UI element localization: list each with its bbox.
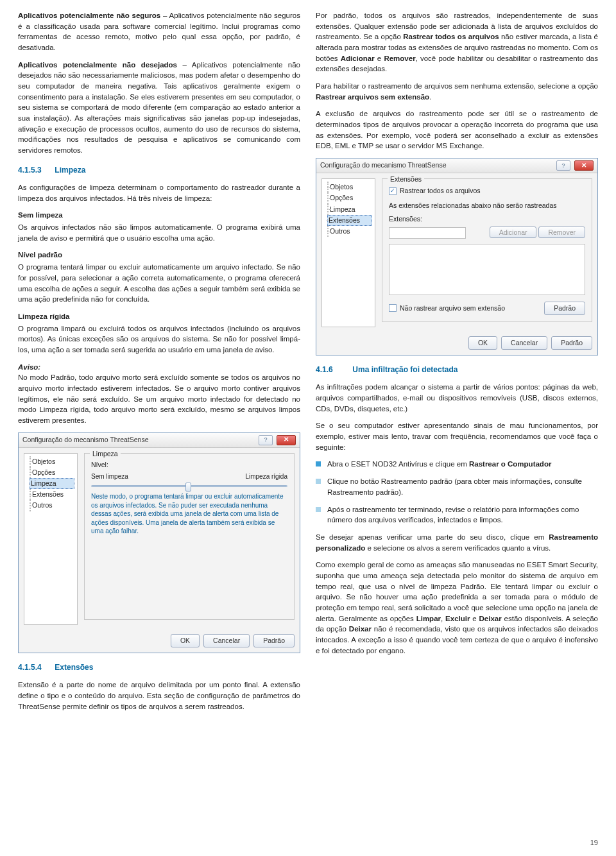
- dialog-extensoes-tree[interactable]: Objetos Opções Limpeza Extensões Outros: [321, 178, 375, 327]
- slider-thumb[interactable]: [185, 483, 191, 492]
- heading-4154: 4.1.5.4 Extensões: [18, 662, 300, 673]
- ext-label: Extensões:: [389, 214, 585, 224]
- heading-416-title: Uma infiltração foi detectada: [352, 365, 458, 374]
- ok-button[interactable]: OK: [468, 336, 497, 350]
- rest-unwanted: – Aplicativos potencialmente não desejad…: [18, 61, 300, 154]
- scan-all-checkbox-row[interactable]: ✓ Rastrear todos os arquivos: [389, 186, 480, 196]
- cleaning-desc: Neste modo, o programa tentará limpar ou…: [91, 492, 287, 536]
- extensions-listbox[interactable]: [389, 244, 585, 295]
- tree-item-outros[interactable]: Outros: [30, 500, 74, 511]
- default-inner-button[interactable]: Padrão: [544, 302, 585, 315]
- cleaning-level-slider[interactable]: [91, 485, 287, 487]
- checkbox-checked-icon[interactable]: ✓: [389, 187, 397, 195]
- custom-scan-p: Se desejar apenas verificar uma parte do…: [316, 532, 598, 553]
- left-column: Aplicativos potencialmente não seguros –…: [18, 10, 300, 718]
- tree-item-objetos[interactable]: Objetos: [327, 182, 372, 193]
- slider-left-label: Sem limpeza: [91, 472, 128, 482]
- dialog-limpeza-titlebar[interactable]: Configuração do mecanismo ThreatSense ? …: [19, 433, 300, 448]
- checkbox-icon[interactable]: [389, 304, 397, 312]
- slider-right-label: Limpeza rígida: [245, 472, 287, 482]
- list-item: Clique no botão Rastreamento padrão (par…: [316, 476, 598, 497]
- heading-4154-title: Extensões: [55, 663, 93, 672]
- cancel-button[interactable]: Cancelar: [501, 336, 547, 350]
- ext-noext-p: Para habilitar o rastreamento de arquivo…: [316, 81, 598, 102]
- para-apps-unsafe: Aplicativos potencialmente não seguros –…: [18, 10, 300, 53]
- tree-item-opcoes[interactable]: Opções: [327, 193, 372, 203]
- scan-all-label: Rastrear todos os arquivos: [400, 186, 480, 196]
- tree-item-extensoes[interactable]: Extensões: [327, 215, 372, 226]
- groupbox-limpeza: Limpeza Nível: Sem limpeza Limpeza rígid…: [84, 453, 295, 620]
- help-icon[interactable]: ?: [556, 160, 570, 171]
- bullet-icon: [316, 507, 321, 512]
- tree-item-outros[interactable]: Outros: [327, 226, 372, 237]
- bullet-icon: [316, 479, 321, 484]
- tree-item-limpeza[interactable]: Limpeza: [30, 478, 74, 489]
- extensoes-p: Extensão é a parte do nome de arquivo de…: [18, 680, 300, 712]
- heading-4154-num: 4.1.5.4: [18, 662, 53, 673]
- default-button[interactable]: Padrão: [551, 336, 592, 350]
- ext-note: As extensões relacionadas abaixo não ser…: [389, 201, 585, 210]
- help-icon[interactable]: ?: [259, 435, 273, 445]
- nivel-padrao-p: O programa tentará limpar ou excluir aut…: [18, 262, 300, 305]
- heading-416-num: 4.1.6: [316, 364, 350, 375]
- heading-4153-title: Limpeza: [55, 166, 85, 175]
- tree-item-objetos[interactable]: Objetos: [30, 456, 74, 467]
- ext-default-p: Por padrão, todos os arquivos são rastre…: [316, 10, 598, 74]
- dialog-limpeza-tree[interactable]: Objetos Opções Limpeza Extensões Outros: [24, 453, 78, 625]
- para-apps-unwanted: Aplicativos potencialmente não desejados…: [18, 60, 300, 156]
- groupbox-limpeza-legend: Limpeza: [90, 449, 121, 459]
- example-p: Como exemplo geral de como as ameaças sã…: [316, 560, 598, 656]
- extension-input[interactable]: [389, 227, 466, 239]
- noext-label: Não rastrear arquivo sem extensão: [400, 304, 505, 313]
- aviso-h: Aviso:: [18, 362, 300, 373]
- ext-exclude-p: A exclusão de arquivos do rastreamento p…: [316, 108, 598, 151]
- aviso-p: No modo Padrão, todo arquivo morto será …: [18, 372, 300, 425]
- cancel-button[interactable]: Cancelar: [203, 634, 250, 647]
- lead-unwanted: Aplicativos potencialmente não desejados: [18, 61, 177, 69]
- nivel-label: Nível:: [91, 460, 287, 470]
- groupbox-extensoes: Extensões ✓ Rastrear todos os arquivos A…: [382, 178, 592, 322]
- heading-4153: 4.1.5.3 Limpeza: [18, 165, 300, 176]
- close-icon[interactable]: ✕: [277, 435, 296, 445]
- tree-item-opcoes[interactable]: Opções: [30, 467, 74, 478]
- limpeza-rigida-h: Limpeza rígida: [18, 311, 300, 322]
- infiltration-p2: Se o seu computador estiver apresentando…: [316, 420, 598, 452]
- heading-4153-num: 4.1.5.3: [18, 165, 53, 176]
- remove-button[interactable]: Remover: [538, 227, 585, 238]
- limpeza-rigida-p: O programa limpará ou excluirá todos os …: [18, 323, 300, 355]
- lead-unsafe: Aplicativos potencialmente não seguros: [18, 12, 160, 19]
- tree-item-limpeza[interactable]: Limpeza: [327, 204, 372, 215]
- limpeza-intro: As configurações de limpeza determinam o…: [18, 182, 300, 203]
- steps-list: Abra o ESET NOD32 Antivírus e clique em …: [316, 459, 598, 525]
- dialog-extensoes-titlebar[interactable]: Configuração do mecanismo ThreatSense ? …: [316, 158, 597, 173]
- list-item: Abra o ESET NOD32 Antivírus e clique em …: [316, 459, 598, 470]
- dialog-limpeza-title: Configuração do mecanismo ThreatSense: [22, 435, 255, 445]
- dialog-extensoes-title: Configuração do mecanismo ThreatSense: [320, 160, 552, 170]
- dialog-limpeza: Configuração do mecanismo ThreatSense ? …: [18, 432, 300, 653]
- tree-item-extensoes[interactable]: Extensões: [30, 489, 74, 500]
- infiltration-p1: As infiltrações podem alcançar o sistema…: [316, 382, 598, 414]
- noext-checkbox-row[interactable]: Não rastrear arquivo sem extensão: [389, 304, 505, 313]
- add-button[interactable]: Adicionar: [490, 227, 537, 238]
- right-column: Por padrão, todos os arquivos são rastre…: [316, 10, 598, 718]
- ok-button[interactable]: OK: [171, 634, 200, 647]
- sem-limpeza-h: Sem limpeza: [18, 210, 300, 221]
- heading-416: 4.1.6 Uma infiltração foi detectada: [316, 364, 598, 375]
- nivel-padrao-h: Nível padrão: [18, 250, 300, 261]
- groupbox-extensoes-legend: Extensões: [388, 175, 424, 184]
- default-button[interactable]: Padrão: [253, 634, 295, 647]
- page-number: 19: [590, 838, 598, 848]
- close-icon[interactable]: ✕: [574, 160, 594, 171]
- list-item: Após o rastreamento ter terminado, revis…: [316, 504, 598, 526]
- sem-limpeza-p: Os arquivos infectados não são limpos au…: [18, 222, 300, 243]
- bullet-icon: [316, 461, 321, 467]
- dialog-extensoes: Configuração do mecanismo ThreatSense ? …: [316, 158, 598, 355]
